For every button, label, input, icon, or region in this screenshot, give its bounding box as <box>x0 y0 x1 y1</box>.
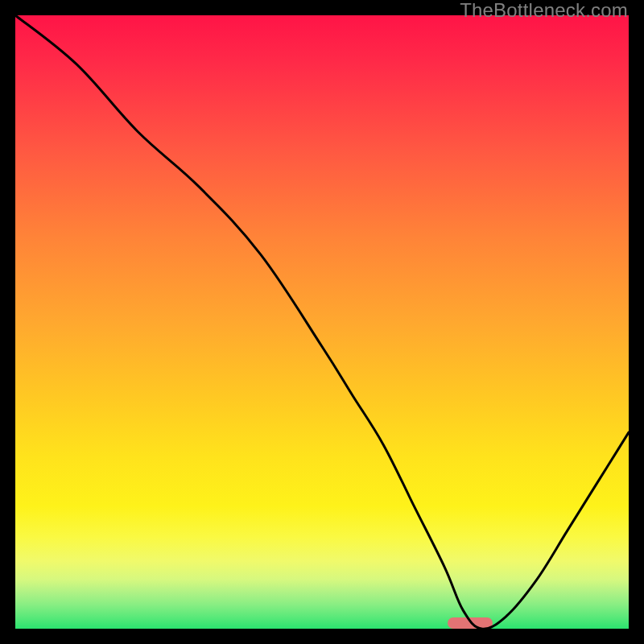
bottleneck-marker <box>448 617 493 629</box>
chart-plot-area <box>15 15 629 629</box>
chart-frame: TheBottleneck.com <box>0 0 644 644</box>
gradient-background <box>15 15 629 629</box>
watermark-label: TheBottleneck.com <box>460 0 628 20</box>
